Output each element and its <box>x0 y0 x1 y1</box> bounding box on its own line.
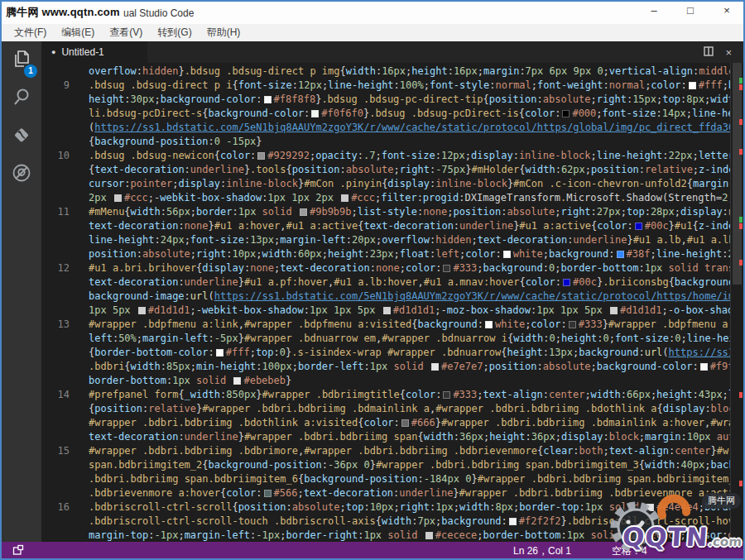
code-row: #wrapper .bdbri.bdbriimg .bdbrimore,#wra… <box>89 444 730 458</box>
overview-mark <box>739 223 743 229</box>
line-number <box>41 529 77 542</box>
editor-group: ● Untitled-1 × 910111213141516 overflow:… <box>41 41 743 542</box>
line-number <box>41 332 77 346</box>
window-title: ual Studio Code <box>123 7 194 19</box>
sidebar-item-search[interactable] <box>2 79 41 117</box>
sidebar-item-source-control[interactable] <box>2 117 41 156</box>
close-editor-icon[interactable]: × <box>725 46 732 59</box>
line-number: 14 <box>41 388 77 402</box>
menu-item-1[interactable]: 编辑(E) <box>54 24 102 41</box>
menu-bar: 文件(F)编辑(E)查看(V)转到(G)帮助(H) <box>2 24 743 41</box>
line-number <box>41 191 77 205</box>
code-row: li.bdsug-pcDirect-s{background-color:#f0… <box>89 107 730 121</box>
code-row: span.bdbriimgitem_2{background-position:… <box>89 458 730 472</box>
qqtn-logo-watermark: 腾牛网 QQTN.com <box>603 486 743 558</box>
search-icon <box>11 86 32 111</box>
qqtn-badge: 腾牛网 <box>702 493 741 509</box>
qqtn-top-watermark: 腾牛网 www.qqtn.com <box>6 5 120 20</box>
code-row: {position:relative}#wrapper .bdbri.bdbri… <box>89 402 730 416</box>
line-number: 10 <box>41 149 77 163</box>
overview-mark <box>739 119 743 125</box>
overview-mark <box>739 78 743 84</box>
activity-bar: 1 <box>2 41 41 542</box>
line-number <box>41 93 77 107</box>
line-number <box>41 458 77 472</box>
menu-item-4[interactable]: 帮助(H) <box>199 24 248 41</box>
code-row: border-bottom:1px solid #ebebeb} <box>89 374 730 388</box>
tab-untitled-1[interactable]: ● Untitled-1 <box>41 41 147 63</box>
overview-mark <box>739 217 743 223</box>
code-row: position:absolute;right:10px;width:60px;… <box>89 247 730 261</box>
line-number <box>41 360 77 374</box>
qqtn-logo-text: QQTN.com <box>622 522 743 552</box>
window-controls: –□× <box>646 4 735 17</box>
line-number <box>41 177 77 191</box>
line-number <box>41 135 77 149</box>
menu-item-0[interactable]: 文件(F) <box>7 24 54 41</box>
sidebar-item-debug[interactable] <box>2 156 41 194</box>
line-number: 15 <box>41 444 77 458</box>
line-number <box>41 219 77 233</box>
code-row: #u1 a.bri.brihover{display:none;text-dec… <box>89 261 730 275</box>
cursor-position[interactable]: Ln 26，Col 1 <box>513 544 571 558</box>
code-row: text-decoration:underline}#u1 a.pf:hover… <box>89 275 730 290</box>
overview-mark <box>739 260 743 266</box>
line-number <box>41 486 77 500</box>
code-row: #wrapper .bdbri.bdbriimg .bdothlink a:vi… <box>89 416 730 430</box>
gutter: 910111213141516 <box>41 63 77 542</box>
line-number <box>41 233 77 247</box>
code-row: #mMenu{width:56px;border:1px solid #9b9b… <box>89 205 730 219</box>
line-number: 9 <box>41 79 77 93</box>
code-row: line-height:24px;font-size:13px;margin-l… <box>89 233 730 247</box>
vscode-window: ual Studio Code –□× 腾牛网 www.qqtn.com 文件(… <box>0 0 745 560</box>
vertical-scrollbar[interactable] <box>730 63 743 542</box>
code-row: {text-decoration:underline}.tools{positi… <box>89 163 730 177</box>
line-number: 13 <box>41 318 77 332</box>
code-row: #wrapper .bdpfmenu a:link,#wrapper .bdpf… <box>89 318 730 332</box>
code-area[interactable]: 910111213141516 overflow:hidden}.bdsug .… <box>41 63 730 542</box>
line-number <box>41 107 77 121</box>
line-number <box>41 416 77 430</box>
close-button[interactable]: × <box>719 4 735 17</box>
code-row: #prefpanel form{_width:850px}#wrapper .b… <box>89 388 730 402</box>
source-control-icon <box>11 124 32 149</box>
overview-mark <box>739 149 743 155</box>
code-lines: overflow:hidden}.bdsug .bdsug-direct p i… <box>89 63 730 542</box>
menu-item-2[interactable]: 查看(V) <box>102 24 150 41</box>
code-row: height:30px;background-color:#f8f8f8}.bd… <box>89 93 730 107</box>
code-row: {border-bottom-color:#fff;top:0}.s-isind… <box>89 346 730 360</box>
layout-squares-icon[interactable] <box>12 544 24 558</box>
line-number <box>41 515 77 529</box>
code-row: overflow:hidden}.bdsug .bdsug-direct p i… <box>89 65 730 79</box>
scrollbar-thumb[interactable] <box>733 63 742 285</box>
code-row: {background-position:0 -15px} <box>89 135 730 149</box>
line-number <box>41 121 77 135</box>
line-number: 11 <box>41 205 77 219</box>
code-row: text-decoration:none}#u1 a:hover,#u1 a:a… <box>89 219 730 233</box>
code-row: (https://ss1.bdstatic.com/5eN1bjq8AAUYm2… <box>89 121 730 135</box>
line-number <box>41 430 77 444</box>
sidebar-item-explorer[interactable]: 1 <box>2 41 41 79</box>
code-row: .bdbri.bdbriimg span.bdbriimgitem_6{back… <box>89 472 730 486</box>
line-number <box>41 346 77 360</box>
code-row: text-decoration:underline}#wrapper .bdbr… <box>89 430 730 444</box>
horseshoe-icon <box>654 486 694 525</box>
split-editor-icon[interactable] <box>704 45 714 60</box>
code-row: 2px #ccc;-webkit-box-shadow:1px 1px 2px … <box>89 191 730 205</box>
line-number <box>41 472 77 486</box>
line-number <box>41 247 77 261</box>
code-row: left:50%;margin-left:-5px}#wrapper .bdnu… <box>89 332 730 346</box>
minimize-button[interactable]: – <box>646 4 662 17</box>
code-row: background-image:url(https://ss1.bdstati… <box>89 290 730 304</box>
line-number <box>41 374 77 388</box>
line-number <box>41 290 77 304</box>
line-number: 16 <box>41 500 77 515</box>
overview-mark <box>739 84 743 90</box>
maximize-button[interactable]: □ <box>682 4 699 17</box>
line-number <box>41 402 77 416</box>
line-number <box>41 275 77 290</box>
menu-item-3[interactable]: 转到(G) <box>150 24 199 41</box>
tab-label: Untitled-1 <box>61 46 103 58</box>
tab-bar: ● Untitled-1 × <box>41 41 743 63</box>
code-row: .bdbri{width:85px;min-height:100px;borde… <box>89 360 730 374</box>
